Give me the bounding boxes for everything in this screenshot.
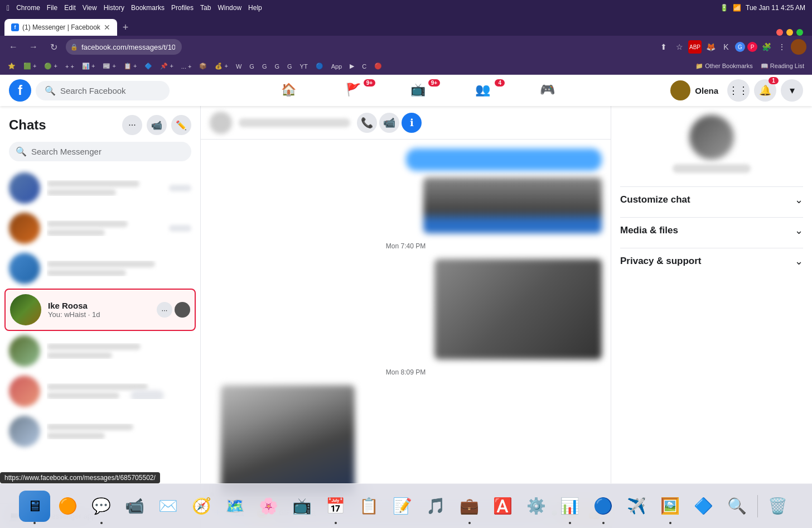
bookmark-10[interactable]: 💰 +	[211, 61, 231, 71]
dock-systemprefs[interactable]: ⚙️	[521, 491, 552, 522]
share-icon[interactable]: ⬆	[657, 40, 670, 54]
extensions-btn[interactable]: 🧩	[760, 40, 773, 54]
chat-item-7[interactable]	[4, 411, 196, 452]
bookmark-8[interactable]: 📌 +	[157, 61, 176, 71]
chrome-minimize-btn[interactable]	[776, 29, 783, 36]
bookmark-1[interactable]: 🟩 +	[20, 61, 40, 71]
dock-zoom[interactable]: 🔷	[688, 491, 719, 522]
customize-chat-section[interactable]: Customize chat ⌄	[620, 186, 803, 213]
profile-avatar[interactable]	[791, 39, 806, 55]
nav-groups[interactable]: 👥 4	[451, 77, 514, 104]
video-call-btn[interactable]: 📹	[147, 115, 167, 135]
bookmark-12[interactable]: G	[259, 62, 270, 71]
dock-preview[interactable]: 🖼️	[655, 491, 686, 522]
bookmark-5[interactable]: 📰 +	[99, 61, 119, 71]
bookmark-16[interactable]: C	[359, 62, 370, 71]
search-messenger-input[interactable]	[31, 147, 185, 156]
compose-btn[interactable]: ✏️	[171, 115, 191, 135]
dock-notes[interactable]: 📝	[387, 491, 418, 522]
extension-icon4[interactable]: G	[735, 42, 745, 52]
dock-launchpad[interactable]: 🟠	[52, 491, 84, 522]
menu-bookmarks[interactable]: Bookmarks	[131, 4, 165, 12]
address-bar[interactable]: 🔒	[66, 39, 652, 55]
media-files-section[interactable]: Media & files ⌄	[620, 217, 803, 243]
bookmark-2[interactable]: 🟢 +	[41, 61, 60, 71]
msg-image-3[interactable]	[221, 385, 355, 497]
menu-tab[interactable]: Tab	[200, 4, 211, 12]
dock-facetime[interactable]: 📹	[119, 491, 151, 522]
info-btn[interactable]: ℹ	[402, 113, 422, 133]
extension-icon1[interactable]: ABP	[688, 40, 702, 54]
bookmark-yt[interactable]: YT	[297, 62, 311, 71]
phone-call-btn[interactable]: 📞	[357, 113, 377, 133]
apple-icon[interactable]: 	[7, 3, 9, 12]
new-tab-button[interactable]: +	[120, 20, 131, 36]
menu-view[interactable]: View	[83, 4, 97, 12]
chrome-maximize-btn[interactable]	[796, 29, 803, 36]
menu-help[interactable]: Help	[248, 4, 262, 12]
bookmark-7[interactable]: 🔷	[141, 61, 156, 71]
menu-history[interactable]: History	[104, 4, 124, 12]
more-options-btn[interactable]: ···	[122, 115, 142, 135]
bookmark-11[interactable]: G	[246, 62, 258, 71]
chat-item-3[interactable]	[4, 248, 196, 289]
messenger-search[interactable]: 🔍	[9, 142, 191, 161]
dock-proxyman[interactable]: 🔍	[722, 491, 753, 522]
bookmark-star[interactable]: ⭐	[4, 61, 19, 71]
other-bookmarks[interactable]: 📁 Other Bookmarks	[692, 61, 756, 71]
nav-gaming[interactable]: 🎮	[516, 77, 578, 104]
bookmark-17[interactable]: 🔴	[371, 61, 385, 71]
refresh-button[interactable]: ↻	[46, 39, 61, 55]
chat-item-6[interactable]	[4, 371, 196, 411]
dock-reminders[interactable]: 📋	[354, 491, 385, 522]
chrome-menu-btn[interactable]: ⋮	[775, 40, 789, 54]
notifications-btn[interactable]: 🔔 1	[754, 79, 776, 102]
dock-maps[interactable]: 🗺️	[220, 491, 251, 522]
address-input[interactable]	[66, 39, 182, 55]
dock-messages[interactable]: 💬	[86, 491, 117, 522]
dock-safari[interactable]: 🧭	[186, 491, 218, 522]
bookmark-wp[interactable]: W	[233, 62, 245, 71]
bookmark-3[interactable]: + +	[62, 62, 78, 71]
dock-excel[interactable]: 📊	[554, 491, 586, 522]
dock-airmail[interactable]: ✈️	[621, 491, 652, 522]
chat-item-ike-roosa[interactable]: Ike Roosa You: wHaist · 1d ···	[4, 289, 196, 331]
dock-music[interactable]: 🎵	[420, 491, 452, 522]
apps-btn[interactable]: ⋮⋮	[727, 79, 750, 102]
chrome-minimize-btn2[interactable]	[786, 29, 793, 36]
search-input[interactable]	[60, 86, 161, 95]
nav-friends[interactable]: 🚩 9+	[322, 77, 384, 104]
menu-edit[interactable]: Edit	[64, 4, 76, 12]
dock-calendar[interactable]: 📅	[320, 491, 351, 522]
back-button[interactable]: ←	[6, 39, 21, 55]
video-call-window-btn[interactable]: 📹	[379, 113, 399, 133]
bookmark-amazon[interactable]: 📦	[196, 61, 210, 71]
dock-chrome[interactable]: 🔵	[588, 491, 619, 522]
dock-photos[interactable]: 🌸	[253, 491, 284, 522]
menu-chrome[interactable]: Chrome	[16, 4, 40, 12]
account-menu-btn[interactable]: ▾	[781, 79, 803, 102]
reading-list[interactable]: 📖 Reading List	[757, 61, 808, 71]
bookmark-14[interactable]: G	[284, 62, 296, 71]
chat-item-1[interactable]	[4, 168, 196, 208]
chat-more-btn[interactable]: ···	[157, 302, 172, 318]
facebook-logo[interactable]: f	[9, 79, 31, 102]
bookmark-15[interactable]: 🔵	[312, 61, 327, 71]
star-icon[interactable]: ☆	[673, 40, 686, 54]
nav-video[interactable]: 📺 9+	[386, 77, 449, 104]
chat-item-2[interactable]	[4, 208, 196, 248]
privacy-support-section[interactable]: Privacy & support ⌄	[620, 248, 803, 274]
tab-close-button[interactable]: ✕	[104, 23, 110, 32]
search-bar[interactable]: 🔍	[36, 81, 170, 100]
msg-image-2[interactable]	[434, 259, 602, 359]
chat-item-5[interactable]	[4, 331, 196, 371]
bookmark-yt2[interactable]: ▶	[346, 61, 357, 71]
active-tab[interactable]: f (1) Messenger | Facebook ✕	[4, 19, 117, 36]
menu-profiles[interactable]: Profiles	[171, 4, 194, 12]
extension-icon2[interactable]: 🦊	[704, 40, 717, 54]
bookmark-app[interactable]: App	[328, 62, 346, 71]
bookmark-13[interactable]: G	[271, 62, 283, 71]
menu-file[interactable]: File	[47, 4, 57, 12]
user-profile-btn[interactable]: Olena	[666, 78, 723, 103]
bookmark-9[interactable]: ... +	[178, 62, 195, 71]
